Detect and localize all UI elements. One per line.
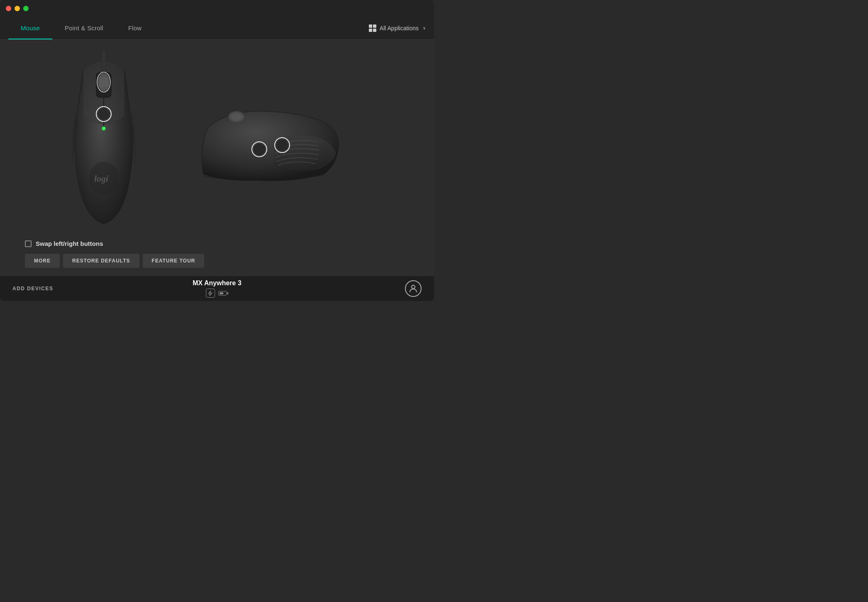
main-content: logi [0, 40, 434, 276]
svg-point-17 [231, 113, 242, 121]
titlebar [0, 0, 434, 17]
all-applications-button[interactable]: All Applications ∨ [369, 17, 426, 39]
chevron-down-icon: ∨ [423, 26, 426, 30]
user-icon [408, 284, 418, 294]
nav-bar: Mouse Point & Scroll Flow All Applicatio… [0, 17, 434, 40]
footer: ADD DEVICES MX Anywhere 3 [0, 276, 434, 301]
device-info: MX Anywhere 3 [193, 279, 241, 298]
wireless-icon [206, 289, 215, 298]
action-buttons-row: MORE RESTORE DEFAULTS FEATURE TOUR [25, 254, 409, 268]
tab-point-scroll[interactable]: Point & Scroll [52, 17, 116, 39]
add-devices-button[interactable]: ADD DEVICES [12, 286, 54, 291]
minimize-button[interactable] [15, 6, 20, 11]
battery-icon [218, 291, 228, 296]
svg-point-13 [102, 127, 105, 130]
svg-rect-9 [102, 50, 106, 71]
mouse-side-view [191, 108, 349, 199]
nav-tabs: Mouse Point & Scroll Flow [8, 17, 369, 39]
close-button[interactable] [6, 6, 11, 11]
traffic-lights [6, 6, 29, 11]
svg-text:logi: logi [94, 173, 109, 184]
mouse-top-view: logi [50, 50, 158, 224]
tab-mouse[interactable]: Mouse [8, 17, 52, 39]
svg-point-22 [412, 285, 415, 289]
device-name: MX Anywhere 3 [193, 279, 241, 287]
swap-buttons-row: Swap left/right buttons [25, 240, 409, 247]
tab-flow[interactable]: Flow [116, 17, 154, 39]
restore-defaults-button[interactable]: RESTORE DEFAULTS [63, 254, 139, 268]
maximize-button[interactable] [23, 6, 29, 11]
device-status-icons [206, 289, 228, 298]
svg-point-11 [98, 108, 110, 120]
feature-tour-button[interactable]: FEATURE TOUR [143, 254, 205, 268]
svg-point-21 [276, 139, 288, 151]
grid-icon [369, 24, 376, 32]
swap-buttons-label: Swap left/right buttons [36, 240, 103, 247]
controls-area: Swap left/right buttons MORE RESTORE DEF… [0, 233, 434, 276]
swap-buttons-checkbox[interactable] [25, 240, 32, 247]
mouse-display-area: logi [0, 40, 434, 233]
svg-point-19 [254, 143, 265, 155]
more-button[interactable]: MORE [25, 254, 60, 268]
user-account-button[interactable] [405, 280, 422, 297]
